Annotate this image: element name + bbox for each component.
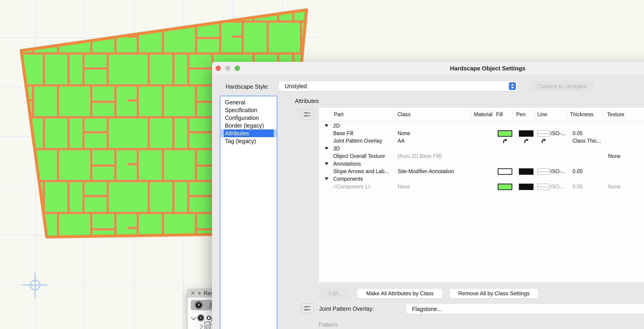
fill-by-class-arrow-icon[interactable]	[502, 138, 508, 144]
document-icon: v	[205, 322, 212, 329]
joint-pattern-options-button[interactable]	[301, 303, 314, 313]
line-style-swatch[interactable]	[537, 184, 550, 190]
line-style-swatch[interactable]	[537, 130, 550, 137]
group-separator	[292, 302, 644, 302]
category-item-configuration[interactable]: Configuration	[221, 114, 276, 122]
table-row[interactable]: Joint Pattern OverlayAAClass Thic...	[319, 137, 644, 145]
edit-button[interactable]: Edit..	[320, 288, 350, 298]
attributes-options-button[interactable]	[301, 109, 314, 120]
category-item-label: Specification	[225, 107, 257, 113]
column-separator	[332, 110, 332, 120]
hardscape-style-dropdown[interactable]: Unstyled	[278, 81, 518, 91]
table-row[interactable]: Slope Arrows and Lab...Site-Modifier-Ann…	[319, 168, 644, 175]
minimize-traffic-light[interactable]	[225, 66, 230, 71]
line-by-class-arrow-icon[interactable]	[541, 138, 547, 144]
chevron-down-icon[interactable]	[191, 315, 196, 320]
column-separator	[513, 110, 513, 120]
dialog-titlebar[interactable]: Hardscape Object Settings	[212, 62, 644, 76]
attributes-table-header: PartClassMaterialFillPenLineThicknessTex…	[319, 108, 644, 122]
hardscape-object-settings-dialog: Hardscape Object Settings Hardscape Styl…	[212, 62, 644, 329]
chevron-right-icon[interactable]	[198, 324, 203, 329]
part-cell: Object Overall Texture	[333, 152, 385, 160]
line-style-swatch[interactable]	[537, 168, 550, 175]
column-header-pen[interactable]: Pen	[516, 112, 526, 118]
category-item-border-legacy[interactable]: Border (legacy)	[221, 122, 276, 130]
joint-pattern-overlay-dropdown[interactable]: Flagstone...	[406, 304, 644, 314]
group-label: Annotations	[333, 160, 361, 168]
zoom-traffic-light[interactable]	[235, 66, 240, 71]
class-cell: AA	[398, 137, 405, 145]
thickness-cell: Class Thic...	[572, 137, 601, 145]
group-separator	[292, 104, 644, 104]
column-separator	[567, 110, 568, 120]
thickness-cell: 0.05	[572, 130, 583, 137]
vectorworks-logo-icon[interactable]: V	[195, 301, 202, 309]
line-style-cell: ISO-...	[550, 130, 566, 137]
remove-all-by-class-settings-button[interactable]: Remove All by Class Settings	[450, 288, 538, 298]
pen-swatch[interactable]	[519, 130, 534, 137]
column-header-class[interactable]: Class	[398, 112, 411, 118]
group-label: Components	[333, 175, 363, 183]
convert-to-unstyled-button[interactable]: Convert to Unstyled	[531, 81, 593, 92]
group-label: 2D	[333, 122, 340, 130]
pen-swatch[interactable]	[519, 168, 534, 175]
texture-cell: None	[608, 183, 620, 190]
pen-swatch[interactable]	[519, 184, 534, 190]
hardscape-style-value: Unstyled	[285, 83, 307, 90]
column-header-material[interactable]: Material	[474, 112, 492, 118]
fill-swatch[interactable]	[498, 184, 512, 190]
disclosure-triangle-icon[interactable]	[325, 162, 328, 165]
category-item-label: Attributes	[225, 130, 249, 136]
part-cell: Slope Arrows and Lab...	[333, 168, 389, 175]
category-item-tag-legacy[interactable]: Tag (legacy)	[221, 137, 276, 145]
table-row[interactable]: <Component 1>NoneISO-...0.05None	[319, 183, 644, 190]
attributes-pane-heading: Attributes	[293, 98, 321, 104]
column-header-thickness[interactable]: Thickness	[570, 112, 594, 118]
dialog-title: Hardscape Object Settings	[450, 65, 526, 72]
category-item-general[interactable]: General	[221, 98, 276, 106]
table-group-row[interactable]: Annotations	[319, 160, 644, 168]
disclosure-triangle-icon[interactable]	[325, 178, 328, 180]
make-all-attributes-by-class-button[interactable]: Make All Attributes by Class	[357, 288, 443, 298]
fill-swatch[interactable]	[498, 130, 512, 137]
stepper-icon[interactable]	[509, 82, 516, 90]
column-header-texture[interactable]: Texture	[607, 112, 624, 118]
category-item-specification[interactable]: Specification	[221, 106, 276, 114]
pen-by-class-arrow-icon[interactable]	[524, 138, 529, 144]
column-header-part[interactable]: Part	[334, 112, 344, 118]
table-group-row[interactable]: 2D	[319, 122, 644, 130]
table-group-row[interactable]: Components	[319, 175, 644, 183]
fill-swatch[interactable]	[498, 168, 512, 175]
disclosure-triangle-icon[interactable]	[325, 147, 328, 150]
category-item-label: Configuration	[225, 114, 259, 121]
table-row[interactable]: Object Overall Texture(from 2D Base FIll…	[319, 152, 644, 160]
part-cell: <Component 1>	[333, 183, 371, 190]
column-header-fill[interactable]: Fill	[496, 112, 503, 118]
thickness-cell: 0.05	[572, 168, 583, 175]
line-style-cell: ISO-...	[550, 168, 566, 175]
close-traffic-light[interactable]	[216, 66, 221, 71]
column-separator	[396, 110, 396, 120]
class-cell: None	[398, 130, 410, 137]
table-row[interactable]: Base FillNoneISO-...0.05	[319, 130, 644, 137]
line-style-mark	[538, 134, 549, 134]
column-separator	[604, 110, 604, 120]
joint-pattern-overlay-label: Joint Pattern Overlay:	[319, 306, 374, 312]
joint-pattern-overlay-value: Flagstone...	[412, 306, 442, 312]
part-cell: Joint Pattern Overlay	[333, 137, 382, 145]
column-header-line[interactable]: Line	[537, 112, 547, 118]
add-icon[interactable]: +	[198, 290, 202, 296]
attributes-table[interactable]: PartClassMaterialFillPenLineThicknessTex…	[319, 108, 644, 283]
part-cell: Base Fill	[333, 130, 353, 137]
line-style-mark	[538, 187, 549, 187]
line-style-mark	[538, 172, 549, 172]
application-window: ✕ + Res V V Op v	[0, 0, 644, 329]
settings-category-list[interactable]: GeneralSpecificationConfigurationBorder …	[220, 95, 278, 329]
table-group-row[interactable]: 3D	[319, 145, 644, 152]
vectorworks-logo-icon: V	[197, 314, 204, 321]
category-item-label: Border (legacy)	[225, 122, 264, 129]
category-item-attributes[interactable]: Attributes	[221, 130, 276, 137]
close-icon[interactable]: ✕	[190, 290, 196, 296]
line-style-cell: ISO-...	[550, 183, 566, 190]
disclosure-triangle-icon[interactable]	[325, 124, 328, 127]
